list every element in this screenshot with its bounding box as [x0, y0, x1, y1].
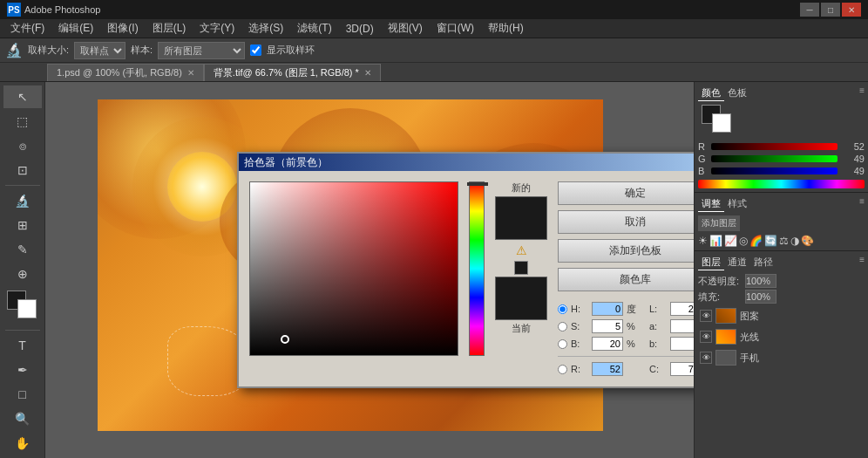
menu-image[interactable]: 图像(I) — [100, 19, 145, 38]
h-radio[interactable] — [558, 304, 567, 314]
tool-lasso[interactable]: ⌾ — [3, 134, 42, 157]
add-to-swatch-button[interactable]: 添加到色板 — [558, 239, 694, 263]
adjust-panel: 调整 样式 ≡ 添加图层 ☀ 📊 📈 ◎ 🌈 🔄 ⚖ ◑ 🎨 — [695, 193, 868, 251]
options-bar: 🔬 取样大小: 取样点 样本: 所有图层 显示取样环 — [0, 38, 868, 63]
show-ring-checkbox[interactable] — [250, 44, 261, 56]
tab-tif[interactable]: 背景.tif@ 66.7% (图层 1, RGB/8) * ✕ — [204, 64, 381, 81]
tool-move[interactable]: ↖ — [3, 85, 42, 108]
l-field[interactable] — [670, 302, 694, 316]
background-color[interactable] — [17, 299, 37, 318]
tool-colors[interactable] — [3, 291, 42, 324]
tab-tif-close[interactable]: ✕ — [364, 68, 371, 78]
b-channel-slider[interactable] — [711, 167, 837, 174]
r-radio[interactable] — [558, 365, 567, 374]
brightness-icon[interactable]: ☀ — [698, 235, 708, 247]
paths-tab[interactable]: 路径 — [750, 255, 776, 270]
sample-select[interactable]: 所有图层 — [158, 42, 245, 59]
new-color-swatch[interactable] — [495, 196, 547, 240]
s-field[interactable] — [592, 319, 623, 333]
tool-brush[interactable]: ✎ — [3, 238, 42, 261]
menu-3d[interactable]: 3D(D) — [339, 21, 381, 37]
b2-field[interactable] — [670, 337, 694, 351]
layer-thumb-light — [715, 329, 736, 345]
s-radio[interactable] — [558, 322, 567, 332]
channels-tab[interactable]: 通道 — [724, 255, 750, 270]
tool-marquee[interactable]: ⬚ — [3, 110, 42, 133]
tab-psd-close[interactable]: ✕ — [187, 68, 194, 78]
window-controls[interactable]: ─ □ ✕ — [800, 3, 861, 17]
tool-eyedropper[interactable]: 🔬 — [3, 189, 42, 212]
tab-psd[interactable]: 1.psd @ 100% (手机, RGB/8) ✕ — [47, 64, 204, 81]
cancel-button[interactable]: 取消 — [558, 210, 694, 234]
bg-swatch[interactable] — [712, 113, 731, 133]
r-channel-slider[interactable] — [711, 143, 837, 150]
layer-eye-pattern[interactable]: 👁 — [700, 310, 712, 322]
saturation-brightness-field[interactable] — [249, 181, 458, 356]
hue-slider[interactable] — [469, 181, 485, 356]
maximize-button[interactable]: □ — [821, 3, 840, 17]
exposure-icon[interactable]: ◎ — [739, 235, 748, 247]
color-panel-menu-icon[interactable]: ≡ — [859, 85, 865, 101]
menu-filter[interactable]: 滤镜(T) — [290, 19, 338, 38]
adjust-buttons-grid: 添加图层 — [698, 215, 865, 231]
tool-crop[interactable]: ⊡ — [3, 159, 42, 181]
tool-zoom[interactable]: 🔍 — [3, 407, 42, 430]
photo-filter-icon[interactable]: 🎨 — [801, 235, 814, 247]
a-field[interactable] — [670, 319, 694, 333]
layer-item-phone[interactable]: 👁 手机 — [698, 347, 865, 368]
layer-item-pattern[interactable]: 👁 图案 — [698, 305, 865, 326]
h-field[interactable] — [592, 302, 623, 316]
confirm-button[interactable]: 确定 — [558, 181, 694, 205]
tool-pen[interactable]: ✒ — [3, 359, 42, 381]
c-field[interactable] — [670, 362, 694, 376]
sample-size-select[interactable]: 取样点 — [74, 42, 125, 59]
swatches-tab[interactable]: 色板 — [724, 85, 750, 101]
color-library-button[interactable]: 颜色库 — [558, 268, 694, 291]
color-spectrum[interactable] — [698, 180, 865, 188]
add-layer-btn[interactable]: 添加图层 — [698, 215, 740, 231]
layer-name-pattern: 图案 — [740, 310, 863, 323]
r-field[interactable] — [592, 362, 623, 376]
menu-file[interactable]: 文件(F) — [3, 19, 51, 38]
black-white-icon[interactable]: ◑ — [790, 235, 799, 247]
tab-bar: 1.psd @ 100% (手机, RGB/8) ✕ 背景.tif@ 66.7%… — [0, 63, 868, 82]
levels-icon[interactable]: 📊 — [709, 235, 722, 247]
menu-layer[interactable]: 图层(L) — [146, 19, 193, 38]
tool-hand[interactable]: ✋ — [3, 432, 42, 455]
hue-icon[interactable]: 🔄 — [764, 235, 777, 247]
close-button[interactable]: ✕ — [842, 3, 861, 17]
adjust-panel-header: 调整 样式 ≡ — [698, 196, 865, 212]
menu-window[interactable]: 窗口(W) — [430, 19, 481, 38]
fill-input[interactable] — [745, 290, 776, 304]
vibrance-icon[interactable]: 🌈 — [749, 235, 763, 247]
sample-size-label: 取样大小: — [28, 44, 69, 57]
opacity-input[interactable] — [745, 274, 776, 288]
menu-select[interactable]: 选择(S) — [241, 19, 290, 38]
b-radio[interactable] — [558, 339, 567, 349]
layer-eye-phone[interactable]: 👁 — [700, 352, 712, 364]
hue-gradient — [470, 182, 484, 355]
g-channel-slider[interactable] — [711, 155, 837, 162]
layers-panel-menu-icon[interactable]: ≡ — [859, 255, 865, 270]
a-label: a: — [649, 321, 667, 332]
tool-text[interactable]: T — [3, 334, 42, 357]
tool-clone[interactable]: ⊕ — [3, 263, 42, 285]
color-tab[interactable]: 颜色 — [698, 85, 724, 101]
layer-item-light[interactable]: 👁 光线 — [698, 326, 865, 347]
menu-help[interactable]: 帮助(H) — [481, 19, 531, 38]
b-field[interactable] — [592, 337, 623, 351]
color-balance-icon[interactable]: ⚖ — [779, 235, 789, 247]
minimize-button[interactable]: ─ — [800, 3, 819, 17]
menu-edit[interactable]: 编辑(E) — [51, 19, 100, 38]
layers-tab[interactable]: 图层 — [698, 255, 724, 270]
layer-eye-light[interactable]: 👁 — [700, 331, 712, 343]
tool-patch[interactable]: ⊞ — [3, 214, 42, 236]
adjust-panel-menu-icon[interactable]: ≡ — [859, 196, 865, 212]
b-input-row: B: % b: — [558, 337, 694, 351]
adjust-tab[interactable]: 调整 — [698, 196, 724, 212]
menu-text[interactable]: 文字(Y) — [193, 19, 241, 38]
styles-tab[interactable]: 样式 — [724, 196, 750, 212]
curves-icon[interactable]: 📈 — [724, 235, 737, 247]
menu-view[interactable]: 视图(V) — [381, 19, 430, 38]
tool-shape[interactable]: □ — [3, 383, 42, 406]
